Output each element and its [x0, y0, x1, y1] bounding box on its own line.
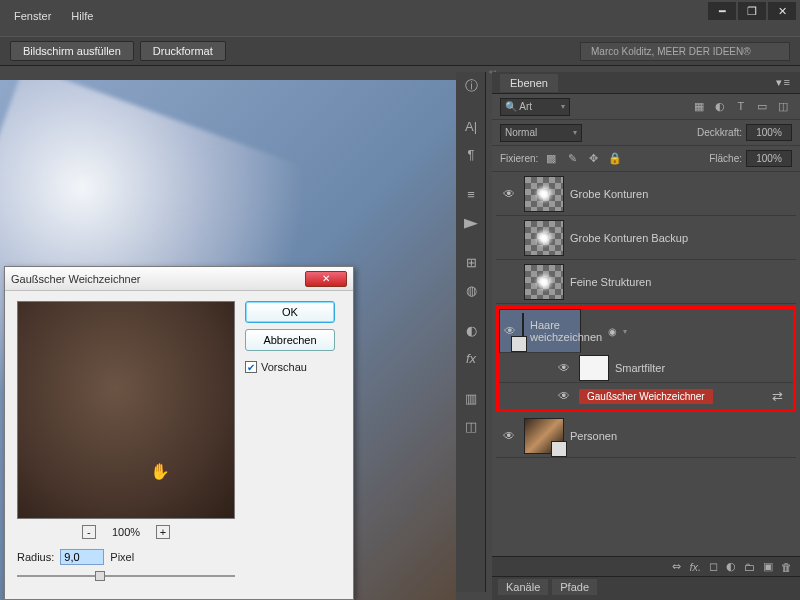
character-panel-icon[interactable]: A| — [456, 112, 486, 140]
new-layer-icon[interactable]: ▣ — [763, 560, 773, 573]
menu-fenster[interactable]: Fenster — [6, 8, 59, 24]
smart-filter-label: Smartfilter — [615, 362, 665, 374]
blending-options-icon[interactable]: ⇄ — [772, 389, 793, 404]
preview-checkbox[interactable]: ✔ Vorschau — [245, 361, 335, 373]
layer-mask-icon[interactable]: ◻ — [709, 560, 718, 573]
fx-styles-icon[interactable]: fx — [456, 344, 486, 372]
opacity-input[interactable]: 100% — [746, 124, 792, 141]
link-layers-icon[interactable]: ⇔ — [672, 560, 681, 573]
cancel-button[interactable]: Abbrechen — [245, 329, 335, 351]
layer-row[interactable]: Feine Strukturen — [496, 260, 796, 304]
blur-preview[interactable]: ✋ — [17, 301, 235, 519]
adjustment-layer-icon[interactable]: ◐ — [726, 560, 736, 573]
layer-thumbnail[interactable] — [524, 220, 564, 256]
zoom-in-button[interactable]: + — [156, 525, 170, 539]
info-icon[interactable]: ⓘ — [456, 72, 486, 100]
ok-button[interactable]: OK — [245, 301, 335, 323]
lock-pixels-icon[interactable]: ✎ — [563, 152, 581, 165]
paragraph-panel-icon[interactable]: ¶ — [456, 140, 486, 168]
trash-icon[interactable]: 🗑 — [781, 561, 792, 573]
layer-thumbnail[interactable] — [524, 176, 564, 212]
menu-hilfe[interactable]: Hilfe — [63, 8, 101, 24]
radius-label: Radius: — [17, 551, 54, 563]
visibility-eye-icon[interactable]: 👁 — [500, 429, 518, 443]
fill-label: Fläche: — [709, 153, 742, 164]
layer-row[interactable]: Grobe Konturen Backup — [496, 216, 796, 260]
dialog-title: Gaußscher Weichzeichner — [11, 273, 140, 285]
channels-panel-tab[interactable]: Kanäle — [498, 579, 548, 595]
color-wheel-icon[interactable]: ◍ — [456, 276, 486, 304]
layers-panel-tab[interactable]: Ebenen — [500, 74, 558, 92]
visibility-eye-icon[interactable]: 👁 — [555, 389, 573, 403]
opacity-label: Deckkraft: — [697, 127, 742, 138]
lock-all-icon[interactable]: 🔒 — [606, 152, 624, 165]
paths-panel-tab[interactable]: Pfade — [552, 579, 597, 595]
layer-fx-icon[interactable]: fx. — [689, 561, 701, 573]
filter-adjust-icon[interactable]: ◐ — [711, 100, 729, 113]
zoom-out-button[interactable]: - — [82, 525, 96, 539]
layer-row[interactable]: 👁 Personen — [496, 414, 796, 458]
layer-name[interactable]: Haare weichzeichnen — [530, 319, 602, 343]
layers-stack-icon[interactable]: ≡ — [456, 180, 486, 208]
panel-menu-icon[interactable]: ▾≡ — [776, 76, 792, 89]
radius-input[interactable] — [60, 549, 104, 565]
blend-mode-select[interactable]: Normal — [500, 124, 582, 142]
lock-transparency-icon[interactable]: ▩ — [542, 152, 560, 165]
navigator-icon[interactable]: ◫ — [456, 412, 486, 440]
window-close-button[interactable]: ✕ — [768, 2, 796, 20]
group-icon[interactable]: 🗀 — [744, 561, 755, 573]
filter-effect-row[interactable]: 👁 Gaußscher Weichzeichner ⇄ — [499, 383, 793, 409]
zoom-level: 100% — [112, 526, 140, 538]
smart-filter-toggle-icon[interactable]: ◉ — [608, 326, 617, 337]
layer-name[interactable]: Grobe Konturen Backup — [570, 232, 688, 244]
window-restore-button[interactable]: ❐ — [738, 2, 766, 20]
watermark-select[interactable]: Marco Kolditz, MEER DER IDEEN® — [580, 42, 790, 61]
gaussian-blur-dialog: Gaußscher Weichzeichner ✕ ✋ - 100% + Rad… — [4, 266, 354, 600]
swatches-icon[interactable]: ⊞ — [456, 248, 486, 276]
layer-name[interactable]: Personen — [570, 430, 617, 442]
radius-slider[interactable] — [17, 569, 235, 583]
filter-smart-icon[interactable]: ◫ — [774, 100, 792, 113]
radius-unit: Pixel — [110, 551, 134, 563]
layer-row-selected[interactable]: 👁 Haare weichzeichnen ◉ — [499, 309, 581, 353]
lock-position-icon[interactable]: ✥ — [584, 152, 602, 165]
hand-cursor-icon: ✋ — [150, 462, 170, 481]
layer-row[interactable]: 👁 Grobe Konturen — [496, 172, 796, 216]
checkbox-icon: ✔ — [245, 361, 257, 373]
smart-filter-row[interactable]: 👁 Smartfilter — [499, 353, 793, 383]
layer-filter-select[interactable]: 🔍 Art — [500, 98, 570, 116]
filter-effect-name[interactable]: Gaußscher Weichzeichner — [579, 389, 713, 404]
smart-object-thumbnail[interactable] — [522, 313, 524, 349]
fullscreen-button[interactable]: Bildschirm ausfüllen — [10, 41, 134, 61]
layer-filter-label: Art — [519, 101, 532, 112]
layer-name[interactable]: Grobe Konturen — [570, 188, 648, 200]
filter-mask-thumbnail[interactable] — [579, 355, 609, 381]
layer-thumbnail[interactable] — [524, 264, 564, 300]
histogram-icon[interactable]: ▥ — [456, 384, 486, 412]
smart-object-thumbnail[interactable] — [524, 418, 564, 454]
highlight-annotation: 👁 Haare weichzeichnen ◉ 👁 Smartfilter 👁 … — [496, 306, 796, 412]
adjustments-icon[interactable]: ◐ — [456, 316, 486, 344]
layer-name[interactable]: Feine Strukturen — [570, 276, 651, 288]
preview-checkbox-label: Vorschau — [261, 361, 307, 373]
play-actions-icon[interactable]: ▶ — [450, 208, 492, 236]
visibility-eye-icon[interactable]: 👁 — [555, 361, 573, 375]
printformat-button[interactable]: Druckformat — [140, 41, 226, 61]
filter-type-icon[interactable]: T — [732, 100, 750, 112]
lock-label: Fixieren: — [500, 153, 538, 164]
visibility-eye-icon[interactable]: 👁 — [500, 187, 518, 201]
filter-pixel-icon[interactable]: ▦ — [690, 100, 708, 113]
filter-shape-icon[interactable]: ▭ — [753, 100, 771, 113]
dialog-close-button[interactable]: ✕ — [305, 271, 347, 287]
fill-input[interactable]: 100% — [746, 150, 792, 167]
window-minimize-button[interactable]: ━ — [708, 2, 736, 20]
